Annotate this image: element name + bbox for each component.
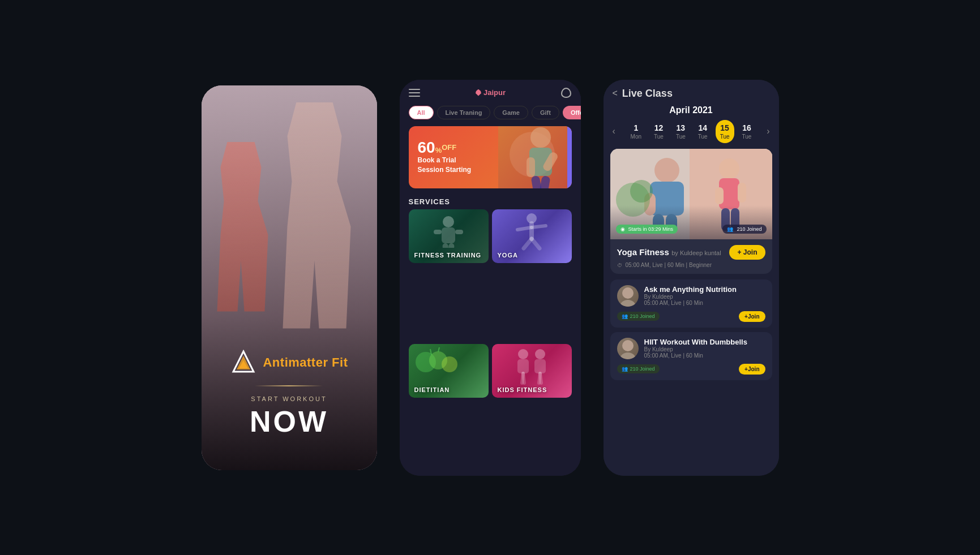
svg-point-27 — [535, 349, 545, 359]
featured-overlay — [610, 205, 772, 239]
class-info-1: HIIT Workout With Dumbbells By Kuldeep 0… — [644, 338, 765, 359]
svg-rect-28 — [517, 359, 529, 373]
banner-image — [498, 126, 572, 188]
dietitian-label: DIETITIAN — [414, 386, 450, 393]
app-header: Jaipur — [400, 80, 581, 102]
class-info-0: Ask me Anything Nutrition By Kuldeep 05:… — [644, 285, 765, 307]
calendar-strip: ‹ 1 Mon 12 Tue 13 Tue 14 Tue — [604, 120, 779, 149]
service-card-dietitian[interactable]: DIETITIAN — [409, 344, 489, 398]
svg-point-3 — [530, 127, 551, 148]
class-meta-0: 05:00 AM, Live | 60 Min — [644, 300, 765, 306]
bell-icon[interactable] — [561, 88, 571, 98]
hamburger-button[interactable] — [409, 89, 420, 97]
svg-rect-11 — [434, 230, 442, 234]
class-item-1: HIIT Workout With Dumbbells By Kuldeep 0… — [610, 332, 772, 380]
service-card-kids[interactable]: KIDS FITNESS — [492, 344, 572, 398]
joined-count-badge: 210 Joined — [722, 225, 766, 234]
featured-class-image: Starts in 03:29 Mins 210 Joined — [610, 149, 772, 239]
svg-rect-12 — [455, 230, 463, 234]
starts-badge: Starts in 03:29 Mins — [616, 225, 678, 234]
calendar-month: April 2021 — [604, 103, 779, 120]
cal-day-1[interactable]: 1 Mon — [626, 120, 646, 143]
liveclass-header: < Live Class — [604, 80, 779, 103]
brand-first: Antimatter — [263, 355, 328, 369]
tab-live-training[interactable]: Live Traning — [437, 106, 491, 119]
pin-icon — [476, 89, 481, 96]
discount-off: %OFF — [435, 146, 457, 154]
join-button-0[interactable]: +Join — [739, 311, 765, 322]
svg-point-50 — [622, 287, 634, 299]
splash-cta: NOW — [250, 407, 328, 436]
featured-class-by: by Kuldeep kuntal — [671, 249, 721, 256]
svg-rect-8 — [539, 175, 550, 188]
banner-side-decoration — [567, 126, 572, 188]
location-label: Jaipur — [483, 88, 506, 97]
cal-day-15-active[interactable]: 15 Tue — [716, 120, 734, 143]
class-list: Ask me Anything Nutrition By Kuldeep 05:… — [604, 279, 779, 380]
cal-day-13[interactable]: 13 Tue — [671, 120, 690, 143]
kids-label: KIDS FITNESS — [498, 386, 547, 393]
svg-rect-13 — [442, 243, 449, 247]
tab-offer[interactable]: Offer — [563, 106, 581, 119]
class-item-0: Ask me Anything Nutrition By Kuldeep 05:… — [610, 279, 772, 328]
svg-line-31 — [523, 373, 524, 383]
class-avatar-0 — [617, 285, 639, 307]
svg-point-53 — [620, 352, 636, 359]
services-label: SERVICES — [400, 192, 581, 209]
phone-live-class: < Live Class April 2021 ‹ 1 Mon 12 Tue 1… — [604, 80, 779, 476]
category-tabs: All Live Traning Game Gift Offer — [400, 102, 581, 123]
splash-subtitle: START WORKOUT — [251, 395, 327, 402]
svg-line-25 — [438, 347, 439, 352]
joined-badge-1: 👥 210 Joined — [617, 364, 660, 373]
brand-second: Fit — [328, 355, 348, 369]
fitness-label: FITNESS TRAINING — [414, 252, 482, 259]
discount-number: 60 — [418, 139, 435, 156]
cal-prev-button[interactable]: ‹ — [609, 126, 619, 136]
services-grid: FITNESS TRAINING YOGA — [400, 209, 581, 476]
brand-name: Antimatter Fit — [263, 355, 348, 370]
svg-line-17 — [517, 227, 532, 230]
svg-rect-44 — [715, 187, 724, 204]
cal-day-14[interactable]: 14 Tue — [694, 120, 712, 143]
class-item-bottom-0: 👥 210 Joined +Join — [617, 311, 765, 322]
class-name-1: HIIT Workout With Dumbbells — [644, 338, 765, 347]
promo-banner[interactable]: 60%OFF Book a TrialSession Starting — [409, 126, 572, 188]
phone-splash: Antimatter Fit START WORKOUT NOW — [202, 85, 377, 470]
cal-next-button[interactable]: › — [763, 126, 773, 136]
svg-point-52 — [622, 340, 634, 351]
featured-join-button[interactable]: + Join — [729, 245, 765, 260]
cal-day-12[interactable]: 12 Tue — [649, 120, 668, 143]
antimatter-logo-icon — [230, 349, 257, 376]
featured-class-meta: 05:00 AM, Live | 60 Min | Beginner — [617, 262, 765, 268]
svg-line-18 — [532, 226, 546, 227]
tab-game[interactable]: Game — [494, 106, 528, 119]
svg-line-20 — [532, 239, 540, 248]
service-card-yoga[interactable]: YOGA — [492, 209, 572, 263]
location-display[interactable]: Jaipur — [476, 88, 506, 97]
svg-point-42 — [719, 158, 739, 179]
svg-point-49 — [630, 180, 653, 203]
class-instructor-1: By Kuldeep — [644, 346, 765, 352]
join-button-1[interactable]: +Join — [739, 364, 765, 375]
featured-class-info: Yoga Fitness by Kuldeep kuntal + Join 05… — [610, 239, 772, 274]
featured-class-card: Starts in 03:29 Mins 210 Joined Yoga Fit… — [610, 149, 772, 274]
banner-description: Book a TrialSession Starting — [418, 156, 489, 175]
cal-day-16[interactable]: 16 Tue — [738, 120, 756, 143]
divider — [255, 385, 323, 386]
svg-line-33 — [540, 373, 541, 383]
svg-rect-10 — [442, 227, 455, 243]
cal-days-row: 1 Mon 12 Tue 13 Tue 14 Tue 15 Tue — [619, 120, 763, 143]
class-name-0: Ask me Anything Nutrition — [644, 285, 765, 294]
joined-badge-0: 👥 210 Joined — [617, 312, 660, 321]
service-card-fitness[interactable]: FITNESS TRAINING — [409, 209, 489, 263]
banner-discount: 60%OFF — [418, 140, 489, 156]
back-button[interactable]: < — [613, 88, 618, 98]
liveclass-title: Live Class — [622, 88, 673, 100]
tab-gift[interactable]: Gift — [532, 106, 559, 119]
phone-main-app: Jaipur All Live Traning Game Gift Offer … — [400, 80, 581, 476]
svg-point-23 — [442, 356, 457, 372]
class-item-bottom-1: 👥 210 Joined +Join — [617, 364, 765, 375]
tab-all[interactable]: All — [409, 106, 434, 119]
yoga-label: YOGA — [498, 252, 518, 259]
svg-point-51 — [620, 300, 636, 307]
